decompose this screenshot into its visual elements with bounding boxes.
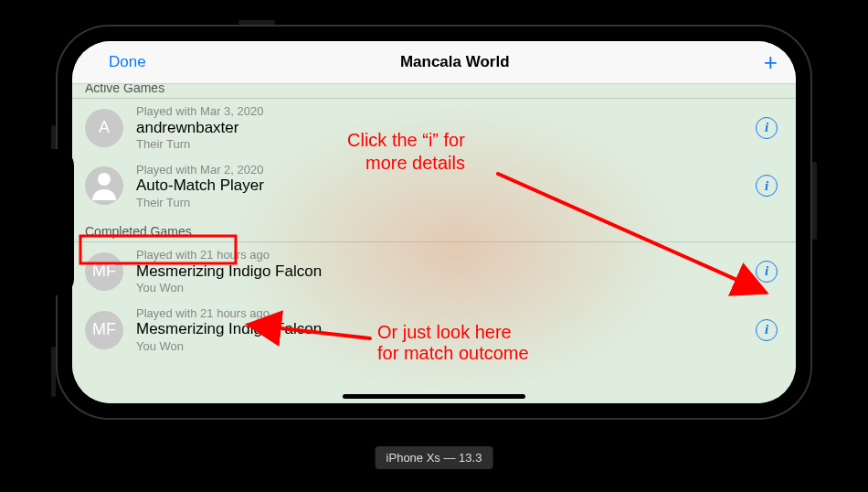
device-button-power: [812, 162, 817, 240]
row-status: Their Turn: [136, 137, 756, 152]
device-button-silence: [238, 20, 275, 25]
game-row[interactable]: MF Played with 21 hours ago Mesmerizing …: [72, 242, 796, 301]
row-meta: Played with 21 hours ago: [136, 248, 756, 262]
row-text: Played with Mar 3, 2020 andrewnbaxter Th…: [136, 104, 756, 152]
screen: Done Mancala World + Active Games A Play…: [72, 41, 796, 403]
row-meta: Played with Mar 2, 2020: [136, 163, 756, 177]
device-button-volume-down: [51, 347, 56, 397]
game-row[interactable]: A Played with Mar 3, 2020 andrewnbaxter …: [72, 99, 796, 157]
game-row[interactable]: MF Played with 21 hours ago Mesmerizing …: [72, 301, 796, 359]
add-button[interactable]: +: [764, 50, 778, 74]
game-row[interactable]: Played with Mar 2, 2020 Auto-Match Playe…: [72, 157, 796, 216]
info-icon[interactable]: i: [756, 175, 778, 197]
device-frame: Done Mancala World + Active Games A Play…: [56, 25, 812, 420]
device-notch: [47, 149, 74, 295]
section-header-active: Active Games: [72, 84, 796, 98]
games-list: Active Games A Played with Mar 3, 2020 a…: [72, 84, 796, 403]
row-status: You Won: [136, 339, 756, 354]
page-title: Mancala World: [400, 53, 510, 71]
row-meta: Played with 21 hours ago: [136, 306, 756, 321]
row-name: Mesmerizing Indigo Falcon: [136, 262, 756, 281]
device-caption: iPhone Xs — 13.3: [376, 446, 493, 469]
avatar: A: [85, 109, 123, 147]
done-button[interactable]: Done: [109, 53, 146, 71]
info-icon[interactable]: i: [756, 261, 778, 283]
avatar: [85, 166, 123, 205]
section-header-completed: Completed Games: [72, 220, 796, 241]
row-name: Auto-Match Player: [136, 176, 756, 195]
info-icon[interactable]: i: [756, 319, 778, 341]
row-status: Their Turn: [136, 196, 756, 210]
info-icon[interactable]: i: [756, 117, 778, 139]
navbar: Done Mancala World +: [72, 41, 796, 84]
row-meta: Played with Mar 3, 2020: [136, 104, 756, 119]
row-status: You Won: [136, 281, 756, 295]
row-text: Played with 21 hours ago Mesmerizing Ind…: [136, 248, 756, 295]
avatar: MF: [85, 252, 123, 291]
home-indicator[interactable]: [343, 394, 525, 399]
avatar: MF: [85, 311, 123, 349]
row-name: andrewnbaxter: [136, 119, 756, 137]
row-name: Mesmerizing Indigo Falcon: [136, 320, 756, 338]
row-text: Played with 21 hours ago Mesmerizing Ind…: [136, 306, 756, 354]
row-text: Played with Mar 2, 2020 Auto-Match Playe…: [136, 163, 756, 210]
